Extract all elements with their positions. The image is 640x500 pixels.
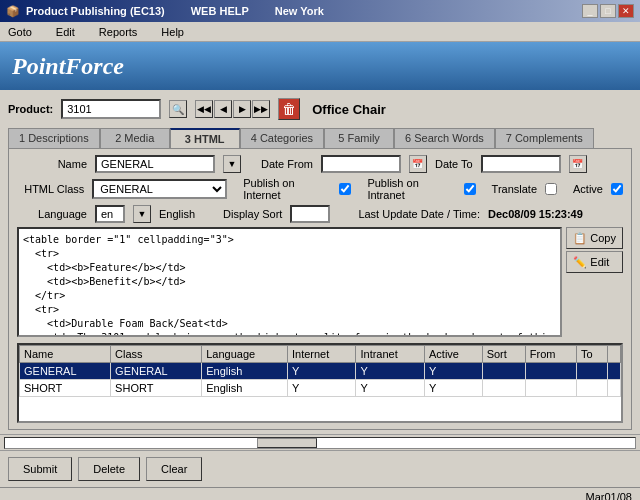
nav-first-button[interactable]: ◀◀ — [195, 100, 213, 118]
grid-container[interactable]: Name Class Language Internet Intranet Ac… — [17, 343, 623, 423]
bottom-bar: Submit Delete Clear — [0, 450, 640, 487]
tab-categories[interactable]: 4 Categories — [240, 128, 324, 148]
col-active: Active — [424, 346, 482, 363]
html-controls: 📋 Copy ✏️ Edit — [566, 227, 623, 341]
name-label: Name — [17, 158, 87, 170]
nav-prev-button[interactable]: ◀ — [214, 100, 232, 118]
col-language: Language — [202, 346, 288, 363]
html-class-select[interactable]: GENERAL SHORT — [92, 179, 227, 199]
title-bar-text: Product Publishing (EC13) — [26, 5, 165, 17]
col-extra — [607, 346, 620, 363]
publish-internet-label: Publish on Internet — [243, 177, 331, 201]
copy-label: Copy — [590, 232, 616, 244]
edit-icon: ✏️ — [573, 256, 587, 269]
minimize-button[interactable]: _ — [582, 4, 598, 18]
language-name: English — [159, 208, 195, 220]
name-input[interactable] — [95, 155, 215, 173]
horizontal-scrollbar[interactable] — [0, 434, 640, 450]
product-lookup-button[interactable]: 🔍 — [169, 100, 187, 118]
form-row-3: Language ▼ English Display Sort Last Upd… — [17, 205, 623, 223]
language-label: Language — [17, 208, 87, 220]
tab-html[interactable]: 3 HTML — [170, 128, 240, 148]
col-internet: Internet — [287, 346, 356, 363]
title-menu1: WEB HELP — [191, 5, 249, 17]
language-code-input[interactable] — [95, 205, 125, 223]
status-bar: Mar01/08 — [0, 487, 640, 500]
date-to-lookup[interactable]: 📅 — [569, 155, 587, 173]
product-row: Product: 🔍 ◀◀ ◀ ▶ ▶▶ 🗑 Office Chair — [8, 94, 632, 124]
status-date: Mar01/08 — [586, 491, 632, 501]
translate-checkbox[interactable] — [545, 183, 557, 195]
tab-complements[interactable]: 7 Complements — [495, 128, 594, 148]
edit-label: Edit — [590, 256, 609, 268]
publish-intranet-checkbox[interactable] — [464, 183, 476, 195]
html-content: <table border ="1" cellpadding="3"> <tr>… — [23, 233, 556, 337]
product-input[interactable] — [61, 99, 161, 119]
submit-button[interactable]: Submit — [8, 457, 72, 481]
col-from: From — [525, 346, 576, 363]
publish-intranet-label: Publish on Intranet — [367, 177, 455, 201]
col-intranet: Intranet — [356, 346, 425, 363]
date-from-lookup[interactable]: 📅 — [409, 155, 427, 173]
publish-internet-checkbox[interactable] — [339, 183, 351, 195]
menu-goto[interactable]: Goto — [4, 25, 36, 39]
clear-button[interactable]: Clear — [146, 457, 202, 481]
app-header: PointForce — [0, 42, 640, 90]
edit-button[interactable]: ✏️ Edit — [566, 251, 623, 273]
col-name: Name — [20, 346, 111, 363]
last-update-label: Last Update Date / Time: — [358, 208, 480, 220]
form-row-1: Name ▼ Date From 📅 Date To 📅 — [17, 155, 623, 173]
app-logo: PointForce — [12, 53, 124, 80]
delete-record-button[interactable]: 🗑 — [278, 98, 300, 120]
grid-header-row: Name Class Language Internet Intranet Ac… — [20, 346, 621, 363]
menu-help[interactable]: Help — [157, 25, 188, 39]
delete-button[interactable]: Delete — [78, 457, 140, 481]
last-update-value: Dec08/09 15:23:49 — [488, 208, 583, 220]
tab-search-words[interactable]: 6 Search Words — [394, 128, 495, 148]
grid-table: Name Class Language Internet Intranet Ac… — [19, 345, 621, 397]
form-panel: Name ▼ Date From 📅 Date To 📅 HTML Class … — [8, 148, 632, 430]
title-bar: 📦 Product Publishing (EC13) WEB HELP New… — [0, 0, 640, 22]
html-textarea[interactable]: <table border ="1" cellpadding="3"> <tr>… — [17, 227, 562, 337]
menu-edit[interactable]: Edit — [52, 25, 79, 39]
html-section: <table border ="1" cellpadding="3"> <tr>… — [17, 227, 623, 341]
col-class: Class — [111, 346, 202, 363]
tabs-row: 1 Descriptions 2 Media 3 HTML 4 Categori… — [8, 128, 632, 148]
product-label: Product: — [8, 103, 53, 115]
tab-media[interactable]: 2 Media — [100, 128, 170, 148]
copy-button[interactable]: 📋 Copy — [566, 227, 623, 249]
active-checkbox[interactable] — [611, 183, 623, 195]
tab-family[interactable]: 5 Family — [324, 128, 394, 148]
title-menu2: New York — [275, 5, 324, 17]
product-name: Office Chair — [312, 102, 386, 117]
name-lookup-button[interactable]: ▼ — [223, 155, 241, 173]
date-from-label: Date From — [261, 158, 313, 170]
menu-reports[interactable]: Reports — [95, 25, 142, 39]
menu-bar: Goto Edit Reports Help — [0, 22, 640, 42]
copy-icon: 📋 — [573, 232, 587, 245]
translate-label: Translate — [492, 183, 537, 195]
tab-descriptions[interactable]: 1 Descriptions — [8, 128, 100, 148]
display-sort-label: Display Sort — [223, 208, 282, 220]
table-row[interactable]: SHORTSHORTEnglishYYY — [20, 380, 621, 397]
nav-last-button[interactable]: ▶▶ — [252, 100, 270, 118]
table-row[interactable]: GENERALGENERALEnglishYYY — [20, 363, 621, 380]
html-class-label: HTML Class — [17, 183, 84, 195]
col-to: To — [577, 346, 608, 363]
maximize-button[interactable]: □ — [600, 4, 616, 18]
language-lookup-button[interactable]: ▼ — [133, 205, 151, 223]
form-row-2: HTML Class GENERAL SHORT Publish on Inte… — [17, 177, 623, 201]
date-to-input[interactable] — [481, 155, 561, 173]
nav-next-button[interactable]: ▶ — [233, 100, 251, 118]
active-label: Active — [573, 183, 603, 195]
date-to-label: Date To — [435, 158, 473, 170]
date-from-input[interactable] — [321, 155, 401, 173]
app-icon: 📦 — [6, 5, 20, 18]
display-sort-input[interactable] — [290, 205, 330, 223]
col-sort: Sort — [482, 346, 525, 363]
close-button[interactable]: ✕ — [618, 4, 634, 18]
main-content: Product: 🔍 ◀◀ ◀ ▶ ▶▶ 🗑 Office Chair 1 De… — [0, 90, 640, 434]
